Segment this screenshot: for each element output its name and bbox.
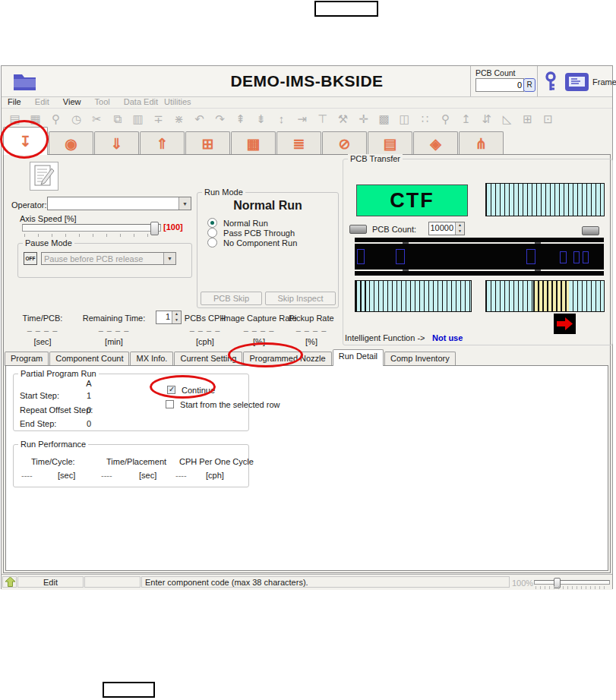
pcb-skip-button[interactable]: PCB Skip (201, 292, 262, 305)
origin-icon[interactable]: ✛ (353, 111, 374, 128)
tab-data-sheet[interactable]: ▤ (368, 131, 412, 155)
time-per-placement-label: Time/Placement (106, 457, 166, 466)
tab-nozzle[interactable]: ⊘ (322, 131, 367, 155)
tab-board-vision[interactable]: ◉ (49, 131, 93, 155)
conveyor-rail-top (355, 238, 604, 242)
start-from-selected-row-checkbox[interactable]: Start from the selected row (166, 400, 280, 410)
tab-program[interactable]: Program (5, 352, 49, 366)
cut-icon[interactable]: ✂ (87, 111, 107, 128)
time-per-placement-value: ---- (101, 471, 112, 480)
data-sheet-icon: ▤ (384, 137, 397, 151)
menu-edit[interactable]: Edit (35, 97, 49, 106)
image-icon[interactable]: ▩ (374, 111, 394, 128)
undo-icon[interactable]: ↶ (189, 111, 210, 128)
tab-run-detail[interactable]: Run Detail (333, 349, 384, 366)
stat-value: – – – – (8, 326, 77, 335)
chevron-down-icon: ▼ (163, 253, 175, 264)
pcb-count-reset-button[interactable]: R (523, 78, 535, 92)
menu-tool[interactable]: Tool (95, 97, 110, 106)
key-icon[interactable] (543, 71, 558, 92)
tab-feeder[interactable]: ≣ (276, 131, 321, 155)
skip-inspect-button[interactable]: Skip Inspect (265, 292, 336, 305)
annotation-circle-continue-checkbox (150, 375, 216, 399)
run-mode-group: Run Mode Normal Run Normal Run Pass PCB … (197, 192, 339, 308)
paste-icon[interactable]: ▥ (128, 111, 148, 128)
document-edit-icon (30, 162, 56, 188)
stat-unit: [%] (284, 337, 339, 346)
program-edit-button[interactable] (30, 162, 58, 191)
search-icon[interactable]: ⚲ (46, 111, 66, 128)
tool-icon[interactable]: ⚒ (333, 111, 353, 128)
manual-icon[interactable]: ◫ (394, 111, 415, 128)
conveyor-button-right[interactable] (582, 226, 599, 235)
pcbs-cph-spinner-value: 1 (156, 311, 172, 323)
transfer-pcb-count-spinner[interactable]: 10000 ▲▼ (428, 222, 465, 235)
repeat-offset-step-value[interactable]: 0 (81, 405, 97, 415)
tab-mx-info[interactable]: MX Info. (130, 352, 173, 366)
pin-up-icon[interactable]: ↥ (456, 111, 476, 128)
radio-normal-run[interactable]: Normal Run (207, 218, 268, 228)
cph-per-one-cycle-label: CPH Per One Cycle (179, 457, 254, 466)
feeder-bank-highlight (533, 281, 569, 311)
redo-icon[interactable]: ↷ (210, 111, 230, 128)
axis-speed-slider[interactable] (22, 224, 161, 232)
radio-pass-pcb-through[interactable]: Pass PCB Through (207, 228, 295, 238)
start-step-value[interactable]: 1 (81, 391, 97, 400)
pcb-count-input[interactable] (475, 78, 524, 92)
pcbs-cph-spinner[interactable]: 1 ▲▼ (156, 311, 182, 324)
tab-comp-inventory[interactable]: Comp Inventory (384, 352, 456, 366)
insert-row-icon[interactable]: ∓ (148, 111, 169, 128)
stat-label: Remaining Time: (76, 314, 152, 323)
operator-select[interactable]: ▼ (47, 197, 191, 210)
zoom-slider[interactable] (534, 580, 610, 585)
pcb-size-icon: ⊞ (202, 137, 214, 151)
timer-icon[interactable]: ◷ (66, 111, 87, 128)
pcb-load-icon: ⇓ (111, 137, 123, 151)
transfer-pcb-count-label: PCB Count: (372, 225, 416, 234)
stat-remaining-time: Remaining Time: – – – – [min] (76, 314, 152, 346)
copy-icon[interactable]: ⧉ (107, 111, 128, 128)
menu-file[interactable]: File (8, 97, 21, 106)
run-detail-panel: Partial Program Run A Start Step: 1 Repe… (5, 365, 608, 571)
tab-component[interactable]: ▦ (231, 131, 276, 155)
pin-down-icon[interactable]: ⊤ (312, 111, 333, 128)
radio-no-component-run[interactable]: No Component Run (207, 238, 297, 248)
measure-icon[interactable]: ⊡ (538, 111, 558, 128)
pcb-count-label: PCB Count (475, 68, 516, 77)
jump-to-icon[interactable]: ⇥ (292, 111, 312, 128)
pause-option-value: Pause before PCB release (42, 254, 163, 263)
menu-utilities[interactable]: Utilities (164, 97, 191, 106)
array-dots-icon[interactable]: ∷ (415, 111, 435, 128)
intelligent-function-label: Intelligent Function -> (345, 333, 425, 342)
slope-icon[interactable]: ◺ (497, 111, 517, 128)
conveyor-button-left[interactable] (349, 225, 367, 234)
add-box-icon[interactable]: ⊞ (517, 111, 538, 128)
tab-pin-set[interactable]: ⋔ (459, 131, 504, 155)
move-row-up-icon[interactable]: ⇞ (230, 111, 251, 128)
divider (470, 66, 471, 96)
monitor-icon[interactable] (565, 73, 589, 91)
pause-option-select[interactable]: Pause before PCB release ▼ (41, 252, 176, 265)
spinner-arrows-icon[interactable]: ▲▼ (172, 311, 181, 323)
tab-pcb-size[interactable]: ⊞ (185, 131, 230, 155)
swap-icon[interactable]: ⇵ (476, 111, 497, 128)
board-search-icon[interactable]: ⚲ (435, 111, 456, 128)
pause-off-toggle[interactable]: OFF (24, 252, 37, 265)
intelligent-function-value: Not use (432, 333, 463, 342)
radio-icon (207, 228, 217, 238)
delete-row-icon[interactable]: ⋇ (169, 111, 189, 128)
tab-layer-stack[interactable]: ◈ (413, 131, 458, 155)
end-step-value[interactable]: 0 (81, 419, 97, 428)
up-arrow-icon (5, 577, 16, 587)
tab-component-count[interactable]: Component Count (49, 352, 129, 366)
feeder-bank-bottom-right (485, 280, 605, 312)
radio-icon (207, 218, 217, 228)
move-row-down-icon[interactable]: ⇟ (251, 111, 271, 128)
fit-height-icon[interactable]: ↕ (271, 111, 292, 128)
tab-pcb-load[interactable]: ⇓ (94, 131, 139, 155)
menu-data-edit[interactable]: Data Edit (124, 97, 158, 106)
run-performance-group: Run Performance Time/Cycle: Time/Placeme… (13, 444, 249, 487)
tab-pcb-unload[interactable]: ⇑ (140, 131, 185, 155)
spinner-arrows-icon[interactable]: ▲▼ (455, 222, 464, 235)
menu-view[interactable]: View (63, 97, 81, 106)
